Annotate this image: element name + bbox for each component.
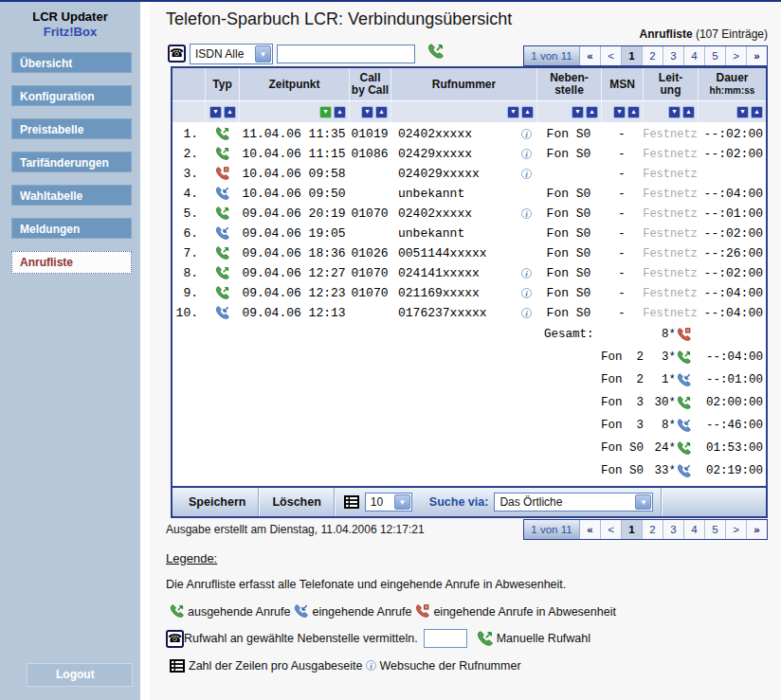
sort-desc-button[interactable]: ▼ xyxy=(361,106,373,118)
sort-asc-button[interactable]: ▲ xyxy=(224,106,236,118)
cell-msn: - xyxy=(601,286,643,300)
line-filter-select[interactable]: ISDN Alle ▼ xyxy=(190,44,273,64)
summary-row: Fon 3 30* 02:00:00 xyxy=(173,391,766,414)
rows-per-page-select[interactable]: 10 ▼ xyxy=(365,493,412,512)
next-page-button[interactable]: > xyxy=(726,520,747,539)
summary-line: Fon 3 xyxy=(601,419,643,432)
websearch-info-icon[interactable]: i xyxy=(521,288,532,298)
sort-asc-button[interactable]: ▲ xyxy=(334,106,346,118)
sort-desc-button[interactable]: ▼ xyxy=(736,106,749,118)
first-page-button[interactable]: « xyxy=(580,520,601,539)
call-type-icon xyxy=(215,266,229,280)
websearch-info-icon[interactable]: i xyxy=(521,149,532,159)
cell-nebenstelle: Fon S0 xyxy=(536,286,601,300)
page-button-2[interactable]: 2 xyxy=(643,520,663,539)
prev-page-button[interactable]: < xyxy=(601,46,622,65)
sort-asc-button[interactable]: ▲ xyxy=(375,106,388,118)
col-header-zeitpunkt: Zeitpunkt xyxy=(239,68,349,100)
col-header-leitung: Leit- ung xyxy=(643,68,698,100)
top-border xyxy=(0,0,781,2)
table-row: 8. 09.04.06 12:27 01070 024141xxxxx i Fo… xyxy=(173,263,766,283)
sidebar-item-tarifaenderungen[interactable]: Tarifänderungen xyxy=(11,152,132,172)
page-button-3[interactable]: 3 xyxy=(663,46,684,65)
sort-desc-button[interactable]: ▼ xyxy=(613,106,626,118)
cell-leitung: Festnetz xyxy=(643,188,698,201)
first-page-button[interactable]: « xyxy=(580,46,601,65)
page-button-4[interactable]: 4 xyxy=(684,46,705,65)
websearch-info-icon[interactable]: i xyxy=(521,308,532,318)
call-type-icon xyxy=(677,373,691,387)
sort-asc-button[interactable]: ▲ xyxy=(586,106,598,118)
table-toolbar: Speichern Löschen 10 ▼ Suche via: Das Ör… xyxy=(173,486,766,516)
sort-desc-button-active[interactable]: ▼ xyxy=(319,106,332,118)
logout-button[interactable]: Logout xyxy=(27,663,133,687)
cell-dauer: --:26:00 xyxy=(698,246,766,260)
websearch-info-icon[interactable]: i xyxy=(521,208,532,219)
page-button-3[interactable]: 3 xyxy=(663,520,684,539)
sidebar-item-konfiguration[interactable]: Konfiguration xyxy=(11,85,132,106)
websearch-info-icon[interactable]: i xyxy=(521,129,532,139)
dial-icon[interactable] xyxy=(427,43,444,60)
table-row: 10. 09.04.06 12:13 0176237xxxxx i Fon S0… xyxy=(173,303,766,323)
page-button-5[interactable]: 5 xyxy=(705,520,726,539)
summary-line: Fon S0 xyxy=(601,464,643,477)
cell-nebenstelle: Fon S0 xyxy=(536,187,601,201)
row-number: 6. xyxy=(173,226,205,241)
dial-extension-icon[interactable]: ☎ xyxy=(168,45,186,63)
call-type-icon xyxy=(215,147,229,161)
page-button-2[interactable]: 2 xyxy=(643,46,663,65)
last-page-button[interactable]: » xyxy=(747,520,767,539)
call-type-icon xyxy=(677,419,691,433)
cell-leitung: Festnetz xyxy=(643,247,698,260)
legend-rows: Zahl der Zeilen pro Ausgabeseite i Websu… xyxy=(166,658,616,673)
save-button[interactable]: Speichern xyxy=(176,495,258,509)
page-button-1[interactable]: 1 xyxy=(622,46,643,65)
sort-asc-button[interactable]: ▲ xyxy=(627,106,640,118)
number-input[interactable] xyxy=(277,45,415,63)
prev-page-button[interactable]: < xyxy=(601,520,622,539)
websearch-info-icon[interactable]: i xyxy=(521,268,532,278)
sidebar-item-uebersicht[interactable]: Übersicht xyxy=(11,52,132,73)
sort-row: ▼▲ ▼▲ ▼▲ ▼▲ ▼▲ ▼▲ ▼▲ ▼▲ xyxy=(173,100,766,122)
missed-call-icon xyxy=(415,604,429,619)
sort-asc-button[interactable]: ▲ xyxy=(521,106,534,118)
websearch-info-icon[interactable]: i xyxy=(521,169,532,179)
summary-dauer: --:04:00 xyxy=(698,350,766,364)
manual-dial-icon[interactable] xyxy=(477,631,493,647)
app-subtitle: Fritz!Box xyxy=(0,25,140,40)
sort-desc-button[interactable]: ▼ xyxy=(572,106,584,118)
sort-desc-button[interactable]: ▼ xyxy=(209,106,222,118)
last-page-button[interactable]: » xyxy=(747,46,767,65)
sidebar-item-preistabelle[interactable]: Preistabelle xyxy=(11,118,132,139)
sort-desc-button[interactable]: ▼ xyxy=(668,106,681,118)
cell-nebenstelle: Fon S0 xyxy=(536,266,601,280)
call-type-icon xyxy=(677,396,691,410)
sidebar-item-anrufliste[interactable]: Anrufliste xyxy=(11,251,132,274)
row-number: 1. xyxy=(173,127,205,141)
summary-line: Fon S0 xyxy=(601,441,643,455)
generated-info: Ausgabe erstellt am Dienstag, 11.04.2006… xyxy=(166,523,425,536)
next-page-button[interactable]: > xyxy=(726,46,747,65)
page-button-5[interactable]: 5 xyxy=(705,46,726,65)
page-button-4[interactable]: 4 xyxy=(684,520,705,539)
row-number: 4. xyxy=(173,187,205,201)
delete-button[interactable]: Löschen xyxy=(260,495,333,509)
search-engine-select[interactable]: Das Örtliche ▼ xyxy=(494,493,653,512)
summary-count: 24* xyxy=(643,441,698,456)
sidebar-item-wahltabelle[interactable]: Wahltabelle xyxy=(11,185,132,206)
sidebar-item-meldungen[interactable]: Meldungen xyxy=(11,218,132,239)
sort-desc-button[interactable]: ▼ xyxy=(507,106,519,118)
cell-rufnummer: 02402xxxxx i xyxy=(390,127,536,141)
sort-asc-button[interactable]: ▲ xyxy=(751,106,763,118)
cell-zeitpunkt: 11.04.06 11:35 xyxy=(239,127,349,141)
sort-asc-button[interactable]: ▲ xyxy=(682,106,695,118)
col-header-nebenstelle: Neben- stelle xyxy=(536,68,601,100)
manual-dial-input[interactable] xyxy=(424,629,467,648)
page-button-1[interactable]: 1 xyxy=(622,520,643,539)
call-type-icon xyxy=(215,226,229,241)
summary-count: 30* xyxy=(643,396,698,410)
cell-zeitpunkt: 09.04.06 19:05 xyxy=(239,226,349,241)
cell-rufnummer: unbekannt i xyxy=(390,187,536,201)
table-row: 5. 09.04.06 20:19 01070 02402xxxxx i Fon… xyxy=(173,204,766,224)
call-type-icon xyxy=(677,328,691,342)
